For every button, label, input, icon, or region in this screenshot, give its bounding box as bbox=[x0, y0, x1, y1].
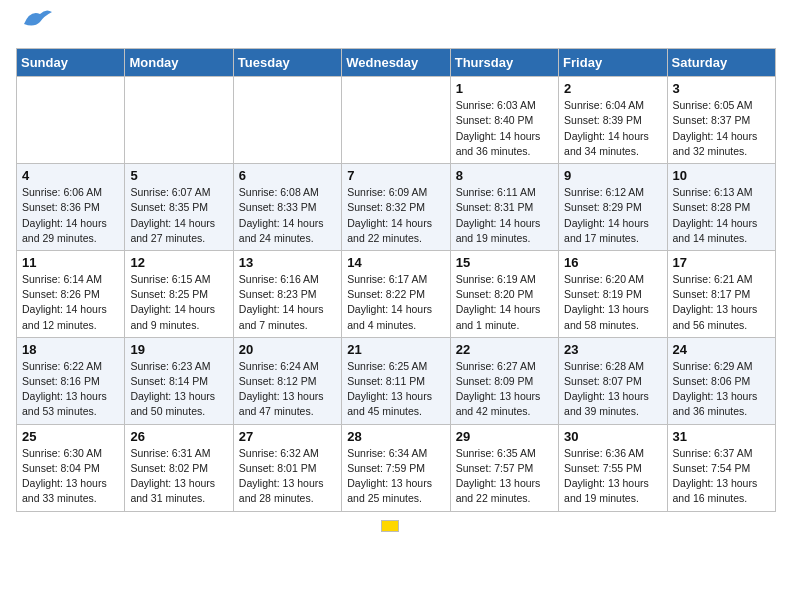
weekday-header: Tuesday bbox=[233, 49, 341, 77]
day-number: 20 bbox=[239, 342, 336, 357]
day-number: 18 bbox=[22, 342, 119, 357]
day-number: 17 bbox=[673, 255, 770, 270]
day-info: Sunrise: 6:36 AMSunset: 7:55 PMDaylight:… bbox=[564, 446, 661, 507]
day-info: Sunrise: 6:13 AMSunset: 8:28 PMDaylight:… bbox=[673, 185, 770, 246]
calendar-cell: 2Sunrise: 6:04 AMSunset: 8:39 PMDaylight… bbox=[559, 77, 667, 164]
day-info: Sunrise: 6:19 AMSunset: 8:20 PMDaylight:… bbox=[456, 272, 553, 333]
calendar-cell: 31Sunrise: 6:37 AMSunset: 7:54 PMDayligh… bbox=[667, 424, 775, 511]
calendar-cell: 22Sunrise: 6:27 AMSunset: 8:09 PMDayligh… bbox=[450, 337, 558, 424]
day-info: Sunrise: 6:28 AMSunset: 8:07 PMDaylight:… bbox=[564, 359, 661, 420]
day-number: 7 bbox=[347, 168, 444, 183]
day-number: 19 bbox=[130, 342, 227, 357]
logo-bird-icon bbox=[20, 6, 52, 28]
calendar-cell: 6Sunrise: 6:08 AMSunset: 8:33 PMDaylight… bbox=[233, 164, 341, 251]
day-info: Sunrise: 6:03 AMSunset: 8:40 PMDaylight:… bbox=[456, 98, 553, 159]
day-info: Sunrise: 6:11 AMSunset: 8:31 PMDaylight:… bbox=[456, 185, 553, 246]
day-number: 4 bbox=[22, 168, 119, 183]
day-info: Sunrise: 6:09 AMSunset: 8:32 PMDaylight:… bbox=[347, 185, 444, 246]
day-number: 15 bbox=[456, 255, 553, 270]
day-info: Sunrise: 6:05 AMSunset: 8:37 PMDaylight:… bbox=[673, 98, 770, 159]
calendar-cell: 9Sunrise: 6:12 AMSunset: 8:29 PMDaylight… bbox=[559, 164, 667, 251]
calendar-cell: 15Sunrise: 6:19 AMSunset: 8:20 PMDayligh… bbox=[450, 250, 558, 337]
day-info: Sunrise: 6:08 AMSunset: 8:33 PMDaylight:… bbox=[239, 185, 336, 246]
weekday-header: Monday bbox=[125, 49, 233, 77]
day-info: Sunrise: 6:34 AMSunset: 7:59 PMDaylight:… bbox=[347, 446, 444, 507]
day-info: Sunrise: 6:21 AMSunset: 8:17 PMDaylight:… bbox=[673, 272, 770, 333]
day-number: 14 bbox=[347, 255, 444, 270]
calendar-cell: 12Sunrise: 6:15 AMSunset: 8:25 PMDayligh… bbox=[125, 250, 233, 337]
weekday-header: Friday bbox=[559, 49, 667, 77]
calendar-cell bbox=[342, 77, 450, 164]
daylight-color-box bbox=[381, 520, 399, 532]
calendar-week-row: 4Sunrise: 6:06 AMSunset: 8:36 PMDaylight… bbox=[17, 164, 776, 251]
calendar-table: SundayMondayTuesdayWednesdayThursdayFrid… bbox=[16, 48, 776, 511]
day-info: Sunrise: 6:25 AMSunset: 8:11 PMDaylight:… bbox=[347, 359, 444, 420]
calendar-cell: 25Sunrise: 6:30 AMSunset: 8:04 PMDayligh… bbox=[17, 424, 125, 511]
day-number: 24 bbox=[673, 342, 770, 357]
day-number: 25 bbox=[22, 429, 119, 444]
day-number: 10 bbox=[673, 168, 770, 183]
weekday-header: Sunday bbox=[17, 49, 125, 77]
weekday-header: Wednesday bbox=[342, 49, 450, 77]
calendar-week-row: 1Sunrise: 6:03 AMSunset: 8:40 PMDaylight… bbox=[17, 77, 776, 164]
calendar-cell: 8Sunrise: 6:11 AMSunset: 8:31 PMDaylight… bbox=[450, 164, 558, 251]
day-number: 5 bbox=[130, 168, 227, 183]
day-number: 30 bbox=[564, 429, 661, 444]
calendar-cell: 5Sunrise: 6:07 AMSunset: 8:35 PMDaylight… bbox=[125, 164, 233, 251]
day-info: Sunrise: 6:12 AMSunset: 8:29 PMDaylight:… bbox=[564, 185, 661, 246]
day-info: Sunrise: 6:07 AMSunset: 8:35 PMDaylight:… bbox=[130, 185, 227, 246]
day-number: 23 bbox=[564, 342, 661, 357]
day-number: 3 bbox=[673, 81, 770, 96]
calendar-cell: 14Sunrise: 6:17 AMSunset: 8:22 PMDayligh… bbox=[342, 250, 450, 337]
day-info: Sunrise: 6:27 AMSunset: 8:09 PMDaylight:… bbox=[456, 359, 553, 420]
day-number: 16 bbox=[564, 255, 661, 270]
day-info: Sunrise: 6:16 AMSunset: 8:23 PMDaylight:… bbox=[239, 272, 336, 333]
day-number: 21 bbox=[347, 342, 444, 357]
day-info: Sunrise: 6:30 AMSunset: 8:04 PMDaylight:… bbox=[22, 446, 119, 507]
day-info: Sunrise: 6:04 AMSunset: 8:39 PMDaylight:… bbox=[564, 98, 661, 159]
day-number: 27 bbox=[239, 429, 336, 444]
calendar-cell: 4Sunrise: 6:06 AMSunset: 8:36 PMDaylight… bbox=[17, 164, 125, 251]
calendar-cell: 13Sunrise: 6:16 AMSunset: 8:23 PMDayligh… bbox=[233, 250, 341, 337]
calendar-cell: 20Sunrise: 6:24 AMSunset: 8:12 PMDayligh… bbox=[233, 337, 341, 424]
calendar-footer bbox=[16, 520, 776, 532]
calendar-cell: 28Sunrise: 6:34 AMSunset: 7:59 PMDayligh… bbox=[342, 424, 450, 511]
calendar-cell: 1Sunrise: 6:03 AMSunset: 8:40 PMDaylight… bbox=[450, 77, 558, 164]
day-number: 12 bbox=[130, 255, 227, 270]
weekday-header: Saturday bbox=[667, 49, 775, 77]
day-number: 2 bbox=[564, 81, 661, 96]
day-info: Sunrise: 6:06 AMSunset: 8:36 PMDaylight:… bbox=[22, 185, 119, 246]
day-number: 9 bbox=[564, 168, 661, 183]
calendar-cell: 19Sunrise: 6:23 AMSunset: 8:14 PMDayligh… bbox=[125, 337, 233, 424]
calendar-cell: 7Sunrise: 6:09 AMSunset: 8:32 PMDaylight… bbox=[342, 164, 450, 251]
day-info: Sunrise: 6:35 AMSunset: 7:57 PMDaylight:… bbox=[456, 446, 553, 507]
day-info: Sunrise: 6:15 AMSunset: 8:25 PMDaylight:… bbox=[130, 272, 227, 333]
calendar-cell: 30Sunrise: 6:36 AMSunset: 7:55 PMDayligh… bbox=[559, 424, 667, 511]
calendar-cell: 26Sunrise: 6:31 AMSunset: 8:02 PMDayligh… bbox=[125, 424, 233, 511]
day-number: 1 bbox=[456, 81, 553, 96]
calendar-cell bbox=[233, 77, 341, 164]
day-info: Sunrise: 6:20 AMSunset: 8:19 PMDaylight:… bbox=[564, 272, 661, 333]
page-header bbox=[16, 16, 776, 40]
calendar-cell: 18Sunrise: 6:22 AMSunset: 8:16 PMDayligh… bbox=[17, 337, 125, 424]
day-number: 8 bbox=[456, 168, 553, 183]
calendar-week-row: 25Sunrise: 6:30 AMSunset: 8:04 PMDayligh… bbox=[17, 424, 776, 511]
weekday-header: Thursday bbox=[450, 49, 558, 77]
day-info: Sunrise: 6:29 AMSunset: 8:06 PMDaylight:… bbox=[673, 359, 770, 420]
calendar-cell: 11Sunrise: 6:14 AMSunset: 8:26 PMDayligh… bbox=[17, 250, 125, 337]
calendar-week-row: 11Sunrise: 6:14 AMSunset: 8:26 PMDayligh… bbox=[17, 250, 776, 337]
day-number: 31 bbox=[673, 429, 770, 444]
day-info: Sunrise: 6:22 AMSunset: 8:16 PMDaylight:… bbox=[22, 359, 119, 420]
calendar-cell: 10Sunrise: 6:13 AMSunset: 8:28 PMDayligh… bbox=[667, 164, 775, 251]
day-info: Sunrise: 6:32 AMSunset: 8:01 PMDaylight:… bbox=[239, 446, 336, 507]
day-number: 28 bbox=[347, 429, 444, 444]
calendar-cell: 3Sunrise: 6:05 AMSunset: 8:37 PMDaylight… bbox=[667, 77, 775, 164]
day-number: 26 bbox=[130, 429, 227, 444]
day-number: 11 bbox=[22, 255, 119, 270]
calendar-cell: 17Sunrise: 6:21 AMSunset: 8:17 PMDayligh… bbox=[667, 250, 775, 337]
calendar-cell: 21Sunrise: 6:25 AMSunset: 8:11 PMDayligh… bbox=[342, 337, 450, 424]
day-info: Sunrise: 6:17 AMSunset: 8:22 PMDaylight:… bbox=[347, 272, 444, 333]
day-info: Sunrise: 6:37 AMSunset: 7:54 PMDaylight:… bbox=[673, 446, 770, 507]
day-info: Sunrise: 6:31 AMSunset: 8:02 PMDaylight:… bbox=[130, 446, 227, 507]
calendar-header: SundayMondayTuesdayWednesdayThursdayFrid… bbox=[17, 49, 776, 77]
